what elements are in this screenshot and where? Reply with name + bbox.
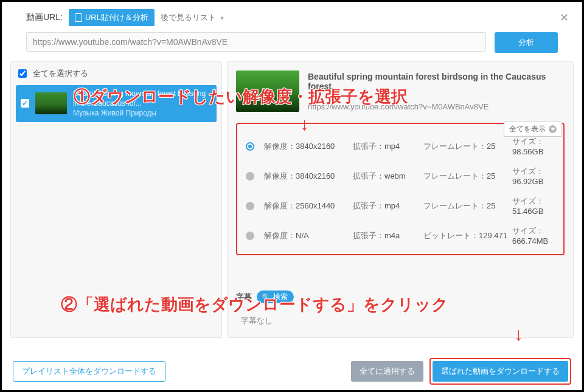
watch-later-link[interactable]: 後で見るリスト ▼ [161,12,225,23]
format-resolution: 解像度：N/A [264,230,349,241]
chevron-down-icon [549,125,557,133]
format-extension: 拡張子：mp4 [353,141,420,152]
apply-all-button[interactable]: 全てに適用する [351,361,423,382]
format-list: 解像度：3840x2160拡張子：mp4フレームレート：25サイズ：98.56G… [236,123,565,255]
format-extension: 拡張子：m4a [353,230,420,241]
watch-later-label: 後で見るリスト [161,13,216,22]
analyze-button[interactable]: 分析 [495,32,558,53]
download-playlist-button[interactable]: プレイリスト全体をダウンロードする [13,361,165,382]
format-row[interactable]: 解像度：3840x2160拡張子：webmフレームレート：25サイズ：96.92… [243,161,557,191]
video-item-line3: Музыка Живой Природы [73,108,206,118]
format-resolution: 解像度：3840x2160 [264,171,349,182]
format-resolution: 解像度：3840x2160 [264,141,349,152]
subtitle-search-label: 検索 [273,292,288,302]
video-item-title: Beautiful spring mountain forest birdson… [73,89,206,119]
detail-thumbnail [236,70,299,112]
format-rate: フレームレート：25 [423,201,509,211]
download-selected-button[interactable]: 選ばれた動画をダウンロードする [433,361,568,382]
video-thumbnail [35,92,67,114]
subtitles-none: 字幕なし [236,315,565,326]
item-checkbox[interactable]: ✓ [21,99,29,108]
search-icon: 🔍 [262,293,271,301]
clipboard-icon [75,13,82,22]
video-list-panel: 全てを選択する ✓ Beautiful spring mountain fore… [10,61,222,338]
format-row[interactable]: 解像度：N/A拡張子：m4aビットレート：129.471サイズ：666.74MB [243,221,557,250]
url-label: 動画URL: [26,12,63,23]
paste-analyze-button[interactable]: URL貼付け＆分析 [69,9,155,26]
format-radio[interactable] [246,142,254,151]
video-list-item[interactable]: ✓ Beautiful spring mountain forest birds… [16,85,217,122]
format-row[interactable]: 解像度：2560x1440拡張子：mp4フレームレート：25サイズ：51.46G… [243,191,557,221]
select-all-label: 全てを選択する [33,68,88,79]
format-size: サイズ：96.92GB [512,166,555,186]
video-item-line2: in the Caucasus for... [73,98,206,108]
subtitle-search-button[interactable]: 🔍 検索 [257,291,294,303]
show-all-button[interactable]: 全てを表示 [504,122,562,137]
format-rate: フレームレート：25 [423,141,509,152]
detail-title: Beautiful spring mountain forest birdson… [308,72,565,91]
format-rate: ビットレート：129.471 [423,230,509,241]
format-size: サイズ：98.56GB [512,136,555,156]
format-radio[interactable] [246,202,254,210]
format-rate: フレームレート：25 [423,171,509,182]
bottom-bar: プレイリスト全体をダウンロードする 全てに適用する 選ばれた動画をダウンロードす… [2,352,582,390]
detail-panel: Beautiful spring mountain forest birdson… [227,61,574,338]
download-selected-highlight: 選ばれた動画をダウンロードする [429,358,571,385]
format-extension: 拡張子：webm [353,171,420,182]
detail-url: https://www.youtube.com/watch?v=M0AWBnAv… [308,102,565,111]
format-radio[interactable] [246,172,254,181]
subtitles-label: 字幕 [236,292,252,303]
close-icon[interactable]: ✕ [560,11,569,24]
chevron-down-icon: ▼ [220,15,225,21]
select-all-checkbox[interactable] [18,69,27,78]
format-resolution: 解像度：2560x1440 [264,201,349,211]
format-extension: 拡張子：mp4 [353,201,420,211]
url-input[interactable] [26,32,486,52]
show-all-label: 全てを表示 [509,124,546,134]
video-item-line1: Beautiful spring mountain forest birdson… [73,89,206,98]
format-size: サイズ：666.74MB [512,225,555,246]
format-size: サイズ：51.46GB [512,196,555,216]
format-radio[interactable] [246,232,254,240]
paste-analyze-label: URL貼付け＆分析 [85,12,148,23]
